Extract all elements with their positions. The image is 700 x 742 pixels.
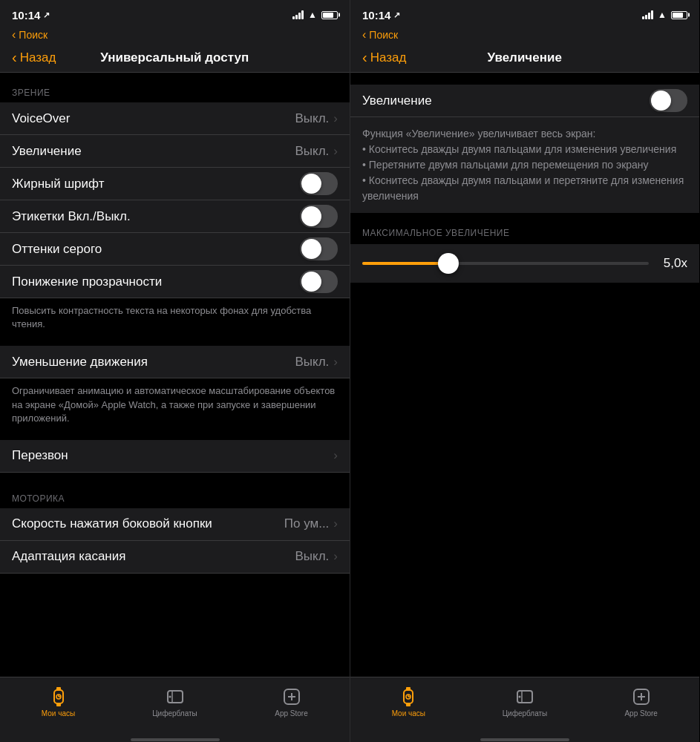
tab-appstore-right[interactable]: App Store bbox=[583, 686, 699, 718]
signal-bars-icon bbox=[292, 10, 304, 19]
chevron-left-icon: ‹ bbox=[12, 28, 16, 42]
left-content: ЗРЕНИЕ VoiceOver Выкл. › Увеличение Выкл… bbox=[0, 73, 350, 677]
svg-point-8 bbox=[169, 696, 171, 698]
tab-my-watch-left[interactable]: Мои часы bbox=[0, 686, 117, 718]
grayscale-toggle-thumb bbox=[301, 239, 321, 259]
zoom-row-left[interactable]: Увеличение Выкл. › bbox=[0, 135, 350, 168]
zoom-label-left: Увеличение bbox=[12, 144, 295, 159]
svg-rect-2 bbox=[56, 703, 61, 706]
touch-adapt-row[interactable]: Адаптация касания Выкл. › bbox=[0, 541, 350, 574]
right-back-chevron-icon: ‹ bbox=[362, 49, 367, 66]
right-nav-bar: ‹ Назад Увеличение bbox=[350, 46, 699, 73]
reduce-motion-row[interactable]: Уменьшение движения Выкл. › bbox=[0, 346, 350, 378]
battery-icon bbox=[321, 11, 338, 19]
left-tab-bar: Мои часы Циферблаты App Stor bbox=[0, 677, 350, 738]
zoom-main-label: Увеличение bbox=[362, 93, 650, 108]
my-watch-icon bbox=[48, 686, 69, 707]
zoom-main-toggle-thumb bbox=[651, 91, 671, 111]
touch-adapt-chevron-icon: › bbox=[333, 549, 338, 564]
zoom-main-row[interactable]: Увеличение bbox=[350, 85, 699, 117]
back-chevron-icon: ‹ bbox=[12, 49, 17, 66]
right-search-label: Поиск bbox=[369, 29, 398, 41]
zoom-description-title: Функция «Увеличение» увеличивает весь эк… bbox=[362, 126, 687, 142]
svg-rect-13 bbox=[406, 687, 410, 691]
watchfaces-icon bbox=[165, 686, 186, 707]
zoom-desc-item-2: Коснитесь дважды двумя пальцами и перетя… bbox=[362, 173, 687, 204]
voiceover-chevron-icon: › bbox=[333, 111, 338, 126]
labels-toggle[interactable] bbox=[300, 205, 338, 228]
right-battery-icon bbox=[671, 11, 687, 19]
reduce-transparency-row[interactable]: Понижение прозрачности bbox=[0, 266, 350, 298]
callback-label: Перезвон bbox=[12, 448, 333, 463]
appstore-icon-right bbox=[631, 686, 652, 707]
right-chevron-left-icon: ‹ bbox=[362, 28, 366, 42]
separator-2 bbox=[0, 434, 350, 440]
left-status-icons: ▲ bbox=[292, 10, 338, 20]
bold-font-toggle-thumb bbox=[301, 174, 321, 194]
tab-my-watch-label-left: Мои часы bbox=[42, 709, 75, 718]
callback-chevron-icon: › bbox=[333, 448, 338, 463]
touch-adapt-value: Выкл. bbox=[295, 549, 329, 564]
zoom-slider-thumb[interactable] bbox=[438, 253, 459, 274]
grayscale-row[interactable]: Оттенки серого bbox=[0, 233, 350, 266]
callback-row[interactable]: Перезвон › bbox=[0, 440, 350, 473]
side-button-speed-label: Скорость нажатия боковой кнопки bbox=[12, 516, 284, 531]
reduce-motion-chevron-icon: › bbox=[333, 355, 338, 370]
separator-3 bbox=[0, 473, 350, 479]
transparency-note: Повысить контрастность текста на некотор… bbox=[0, 298, 350, 340]
tab-my-watch-label-right: Мои часы bbox=[392, 709, 425, 718]
left-status-time: 10:14 ↗ bbox=[12, 9, 50, 22]
right-tab-bar: Мои часы Циферблаты App Stor bbox=[350, 677, 699, 738]
bold-font-row[interactable]: Жирный шрифт bbox=[0, 168, 350, 200]
zoom-value-left: Выкл. bbox=[295, 144, 329, 159]
tab-watchfaces-label-right: Циферблаты bbox=[503, 709, 548, 718]
svg-rect-14 bbox=[406, 703, 410, 706]
zoom-description-block: Функция «Увеличение» увеличивает весь эк… bbox=[350, 117, 699, 213]
right-location-arrow-icon: ↗ bbox=[393, 10, 400, 20]
svg-rect-1 bbox=[56, 687, 61, 691]
grayscale-toggle[interactable] bbox=[300, 237, 338, 260]
right-search-back[interactable]: ‹ Поиск bbox=[362, 28, 687, 42]
reduce-transparency-toggle[interactable] bbox=[300, 270, 338, 293]
zoom-slider-track[interactable] bbox=[362, 262, 649, 265]
right-watchfaces-icon bbox=[514, 686, 535, 707]
bold-font-toggle[interactable] bbox=[300, 172, 338, 195]
tab-watchfaces-left[interactable]: Циферблаты bbox=[117, 686, 233, 718]
motion-note: Ограничивает анимацию и автоматическое м… bbox=[0, 378, 350, 434]
motorika-section-header: МОТОРИКА bbox=[0, 479, 350, 508]
max-zoom-section-header: МАКСИМАЛЬНОЕ УВЕЛИЧЕНИЕ bbox=[350, 213, 699, 244]
voiceover-row[interactable]: VoiceOver Выкл. › bbox=[0, 102, 350, 135]
tab-watchfaces-right[interactable]: Циферблаты bbox=[467, 686, 583, 718]
reduce-motion-label: Уменьшение движения bbox=[12, 355, 295, 370]
labels-row[interactable]: Этикетки Вкл./Выкл. bbox=[0, 200, 350, 233]
labels-label: Этикетки Вкл./Выкл. bbox=[12, 209, 300, 224]
tab-my-watch-right[interactable]: Мои часы bbox=[350, 686, 467, 718]
time-text: 10:14 bbox=[12, 9, 40, 22]
right-back-button[interactable]: ‹ Назад bbox=[362, 49, 406, 66]
right-search-bar: ‹ Поиск bbox=[350, 27, 699, 46]
voiceover-value: Выкл. bbox=[295, 111, 329, 126]
right-back-label: Назад bbox=[370, 50, 407, 65]
zoom-slider-value: 5,0x bbox=[658, 256, 687, 271]
tab-appstore-label-right: App Store bbox=[624, 709, 657, 718]
bold-font-label: Жирный шрифт bbox=[12, 177, 300, 191]
search-label: Поиск bbox=[19, 29, 48, 41]
right-wifi-icon: ▲ bbox=[658, 10, 667, 20]
left-back-button[interactable]: ‹ Назад bbox=[12, 49, 56, 66]
zoom-desc-item-0: Коснитесь дважды двумя пальцами для изме… bbox=[362, 142, 687, 157]
zoom-desc-item-1: Перетяните двумя пальцами для перемещени… bbox=[362, 157, 687, 173]
right-home-indicator bbox=[350, 738, 699, 742]
left-search-back[interactable]: ‹ Поиск bbox=[12, 28, 338, 42]
right-my-watch-icon bbox=[398, 686, 419, 707]
right-status-bar: 10:14 ↗ ▲ bbox=[350, 0, 699, 27]
tab-appstore-label-left: App Store bbox=[275, 709, 307, 718]
grayscale-label: Оттенки серого bbox=[12, 242, 300, 257]
tab-appstore-left[interactable]: App Store bbox=[233, 686, 350, 718]
side-button-speed-row[interactable]: Скорость нажатия боковой кнопки По ум...… bbox=[0, 508, 350, 541]
appstore-icon-left bbox=[281, 686, 302, 707]
zoom-main-toggle[interactable] bbox=[650, 89, 687, 112]
right-phone-panel: 10:14 ↗ ▲ ‹ Поиск ‹ Назад Увелич bbox=[350, 0, 699, 742]
voiceover-label: VoiceOver bbox=[12, 111, 295, 126]
wifi-icon: ▲ bbox=[308, 10, 317, 20]
zoom-description-list: Коснитесь дважды двумя пальцами для изме… bbox=[362, 142, 687, 204]
